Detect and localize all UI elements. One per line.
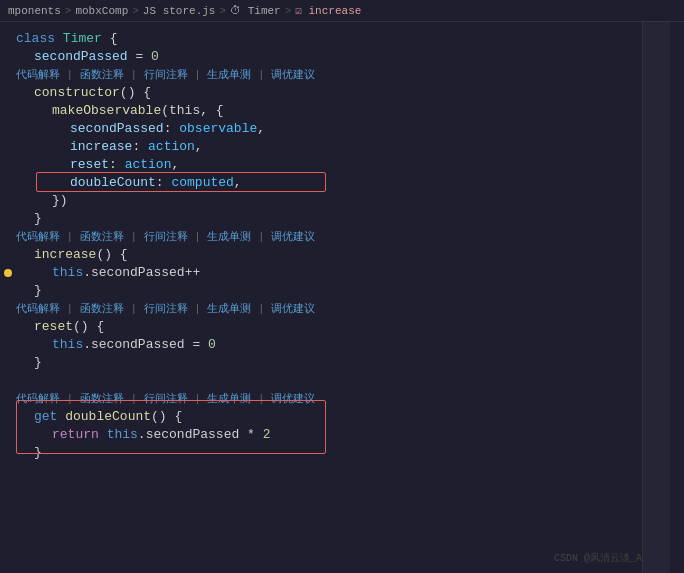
hint-action-4[interactable]: 调优建议 (271, 393, 315, 405)
line: return this.secondPassed * 2 (0, 426, 684, 444)
line: } (0, 354, 684, 372)
line: class Timer { (0, 30, 684, 48)
line: 代码解释 | 函数注释 | 行间注释 | 生成单测 | 调优建议 (0, 390, 684, 408)
hint-action-0[interactable]: 代码解释 (16, 231, 60, 243)
line: this.secondPassed++ (0, 264, 684, 282)
hint-action-1[interactable]: 函数注释 (80, 393, 124, 405)
hint-action-0[interactable]: 代码解释 (16, 393, 60, 405)
line: reset() { (0, 318, 684, 336)
line: 代码解释 | 函数注释 | 行间注释 | 生成单测 | 调优建议 (0, 66, 684, 84)
hint-action-3[interactable]: 生成单测 (207, 231, 251, 243)
line: get doubleCount() { (0, 408, 684, 426)
hint-action-4[interactable]: 调优建议 (271, 231, 315, 243)
line: makeObservable(this, { (0, 102, 684, 120)
line: } (0, 282, 684, 300)
watermark: CSDN @风清云淡_A (554, 551, 642, 565)
hint-action-2[interactable]: 行间注释 (144, 303, 188, 315)
line: reset: action, (0, 156, 684, 174)
breadcrumb-bar: mponents > mobxComp > JS store.js > ⏱ Ti… (0, 0, 684, 22)
code-editor: class Timer {secondPassed = 0代码解释 | 函数注释… (0, 22, 684, 573)
breadcrumb-item-increase[interactable]: ☑ increase (295, 4, 361, 17)
line: } (0, 210, 684, 228)
breadcrumb-item-components[interactable]: mponents (8, 5, 61, 17)
hint-action-2[interactable]: 行间注释 (144, 393, 188, 405)
hint-action-3[interactable]: 生成单测 (207, 393, 251, 405)
hint-action-0[interactable]: 代码解释 (16, 69, 60, 81)
line: secondPassed = 0 (0, 48, 684, 66)
hint-action-4[interactable]: 调优建议 (271, 69, 315, 81)
hint-action-1[interactable]: 函数注释 (80, 231, 124, 243)
line: doubleCount: computed, (0, 174, 684, 192)
line: constructor() { (0, 84, 684, 102)
hint-action-2[interactable]: 行间注释 (144, 69, 188, 81)
line: } (0, 444, 684, 462)
hint-action-3[interactable]: 生成单测 (207, 303, 251, 315)
line: increase() { (0, 246, 684, 264)
hint-action-2[interactable]: 行间注释 (144, 231, 188, 243)
line: increase: action, (0, 138, 684, 156)
hint-action-1[interactable]: 函数注释 (80, 69, 124, 81)
line: this.secondPassed = 0 (0, 336, 684, 354)
line: }) (0, 192, 684, 210)
line: secondPassed: observable, (0, 120, 684, 138)
hint-action-4[interactable]: 调优建议 (271, 303, 315, 315)
line (0, 372, 684, 390)
line: 代码解释 | 函数注释 | 行间注释 | 生成单测 | 调优建议 (0, 228, 684, 246)
breadcrumb-item-storejs[interactable]: JS store.js (143, 5, 216, 17)
breadcrumb-item-timer[interactable]: ⏱ Timer (230, 4, 281, 17)
breadcrumb-item-mobxcomp[interactable]: mobxComp (75, 5, 128, 17)
yellow-dot (4, 269, 12, 277)
hint-action-1[interactable]: 函数注释 (80, 303, 124, 315)
hint-action-3[interactable]: 生成单测 (207, 69, 251, 81)
line: 代码解释 | 函数注释 | 行间注释 | 生成单测 | 调优建议 (0, 300, 684, 318)
hint-action-0[interactable]: 代码解释 (16, 303, 60, 315)
right-panel (642, 22, 670, 573)
